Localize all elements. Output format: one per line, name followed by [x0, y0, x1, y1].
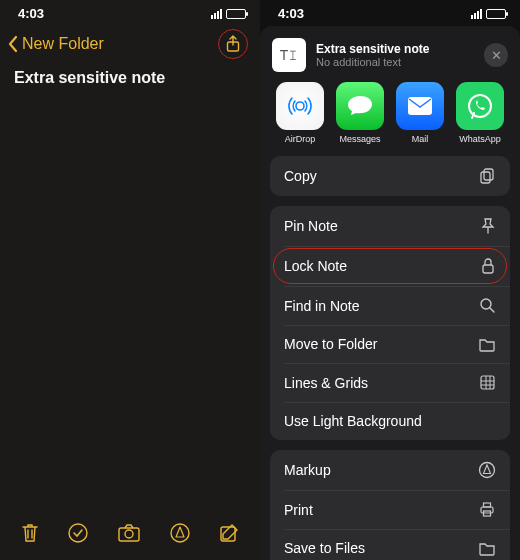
action-markup[interactable]: Markup [270, 450, 510, 490]
action-copy[interactable]: Copy [270, 156, 510, 196]
svg-point-12 [481, 299, 491, 309]
camera-icon [117, 523, 141, 543]
status-bar: 4:03 [0, 0, 260, 23]
compose-icon [218, 522, 240, 544]
phone-right-share-sheet: 4:03 T𝙸 Extra sensitive note No addition… [260, 0, 520, 560]
action-label: Lines & Grids [284, 375, 368, 391]
close-button[interactable]: ✕ [484, 43, 508, 67]
action-label: Save to Files [284, 540, 365, 556]
svg-rect-15 [481, 507, 493, 513]
folder-icon [478, 337, 496, 352]
checklist-icon [67, 522, 89, 544]
share-sheet-titles: Extra sensitive note No additional text [316, 42, 474, 68]
action-lines-grids[interactable]: Lines & Grids [270, 363, 510, 402]
share-apps-row: AirDrop Messages Mail WhatsApp [270, 82, 510, 156]
draw-icon [169, 522, 191, 544]
action-lock-note[interactable]: Lock Note [270, 246, 510, 286]
battery-icon [226, 9, 246, 19]
action-pin-note[interactable]: Pin Note [270, 206, 510, 246]
action-label: Lock Note [284, 258, 347, 274]
messages-icon [336, 82, 384, 130]
camera-button[interactable] [117, 523, 141, 543]
airdrop-icon [276, 82, 324, 130]
trash-button[interactable] [20, 522, 40, 544]
status-bar: 4:03 [260, 0, 520, 23]
svg-point-3 [125, 530, 133, 538]
status-icons [211, 9, 246, 19]
chevron-left-icon [6, 35, 20, 53]
battery-icon [486, 9, 506, 19]
back-button[interactable]: New Folder [6, 35, 104, 53]
action-light-background[interactable]: Use Light Background [270, 402, 510, 440]
action-print[interactable]: Print [270, 490, 510, 529]
compose-button[interactable] [218, 522, 240, 544]
svg-rect-10 [484, 169, 493, 180]
action-label: Markup [284, 462, 331, 478]
grid-icon [479, 374, 496, 391]
signal-icon [471, 9, 482, 19]
share-app-airdrop[interactable]: AirDrop [272, 82, 328, 144]
share-sheet-subtitle: No additional text [316, 56, 474, 68]
signal-icon [211, 9, 222, 19]
svg-point-8 [469, 95, 491, 117]
app-label: Mail [412, 134, 429, 144]
nav-row: New Folder [0, 23, 260, 61]
note-thumbnail: T𝙸 [272, 38, 306, 72]
trash-icon [20, 522, 40, 544]
note-title: Extra sensitive note [0, 61, 260, 95]
bottom-toolbar [0, 512, 260, 560]
back-label: New Folder [22, 35, 104, 53]
app-label: WhatsApp [459, 134, 501, 144]
search-icon [479, 297, 496, 314]
status-time: 4:03 [18, 6, 44, 21]
svg-point-6 [296, 102, 304, 110]
action-find-in-note[interactable]: Find in Note [270, 286, 510, 325]
action-group-1: Copy [270, 156, 510, 196]
status-time: 4:03 [278, 6, 304, 21]
copy-icon [478, 167, 496, 185]
svg-rect-13 [481, 376, 494, 389]
share-app-whatsapp[interactable]: WhatsApp [452, 82, 508, 144]
action-group-2: Pin Note Lock Note Find in Note Move t [270, 206, 510, 440]
share-sheet-title: Extra sensitive note [316, 42, 474, 56]
share-sheet: T𝙸 Extra sensitive note No additional te… [260, 26, 520, 560]
share-app-mail[interactable]: Mail [392, 82, 448, 144]
action-label: Copy [284, 168, 317, 184]
action-label: Use Light Background [284, 413, 422, 429]
svg-rect-16 [484, 503, 491, 507]
print-icon [478, 501, 496, 518]
share-sheet-header: T𝙸 Extra sensitive note No additional te… [270, 36, 510, 82]
action-save-to-files[interactable]: Save to Files [270, 529, 510, 560]
svg-rect-7 [408, 97, 432, 115]
action-move-to-folder[interactable]: Move to Folder [270, 325, 510, 363]
action-label: Find in Note [284, 298, 359, 314]
action-label: Move to Folder [284, 336, 377, 352]
app-label: Messages [339, 134, 380, 144]
action-label: Pin Note [284, 218, 338, 234]
share-button[interactable] [218, 29, 248, 59]
share-app-messages[interactable]: Messages [332, 82, 388, 144]
pin-icon [480, 217, 496, 235]
svg-point-1 [69, 524, 87, 542]
draw-button[interactable] [169, 522, 191, 544]
whatsapp-icon [456, 82, 504, 130]
mail-icon [396, 82, 444, 130]
app-label: AirDrop [285, 134, 316, 144]
phone-left-notes: 4:03 New Folder Extra sensitive note [0, 0, 260, 560]
svg-rect-9 [481, 172, 490, 183]
status-icons [471, 9, 506, 19]
folder-icon [478, 541, 496, 556]
checklist-button[interactable] [67, 522, 89, 544]
svg-rect-11 [483, 265, 493, 273]
lock-icon [480, 257, 496, 275]
share-icon [225, 35, 241, 53]
action-group-3: Markup Print Save to Files Show File Siz… [270, 450, 510, 560]
markup-icon [478, 461, 496, 479]
action-label: Print [284, 502, 313, 518]
